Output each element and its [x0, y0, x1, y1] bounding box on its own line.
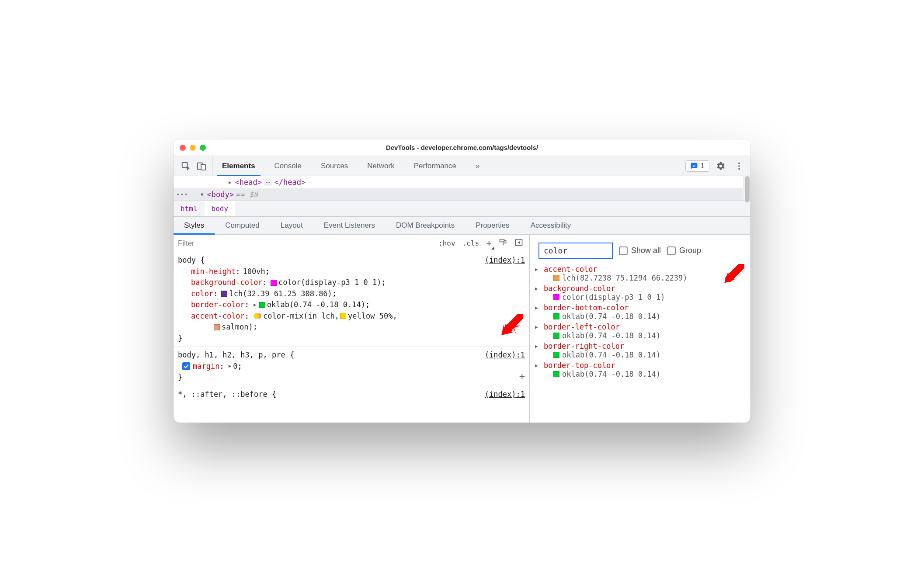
- color-swatch-icon[interactable]: [259, 302, 265, 308]
- show-all-checkbox[interactable]: Show all: [619, 246, 661, 255]
- tab-performance[interactable]: Performance: [404, 156, 466, 176]
- main-tabs: Elements Console Sources Network Perform…: [212, 156, 681, 176]
- dom-head-row[interactable]: ▶ <head> ⋯ </head>: [174, 176, 743, 188]
- dom-body-row[interactable]: ▼ <body> == $0: [174, 188, 743, 201]
- rule-source-link[interactable]: (index):1: [485, 350, 525, 361]
- window-title: DevTools - developer.chrome.com/tags/dev…: [174, 144, 750, 151]
- dom-scrollbar[interactable]: [743, 176, 750, 201]
- rule-body-group: body, h1, h2, h3, p, pre { (index):1 mar…: [174, 347, 529, 386]
- computed-border-top-color[interactable]: border-top-color oklab(0.74 -0.18 0.14): [535, 360, 745, 379]
- devtools-window: DevTools - developer.chrome.com/tags/dev…: [174, 139, 750, 423]
- decl-background-color[interactable]: background-color: color(display-p3 1 0 1…: [178, 277, 525, 288]
- add-declaration-button[interactable]: +: [519, 369, 525, 383]
- checkbox-unchecked-icon: [667, 246, 676, 255]
- svg-rect-2: [201, 164, 205, 170]
- issues-button[interactable]: 1: [685, 160, 709, 172]
- panel-tab-dom-breakpoints[interactable]: DOM Breakpoints: [386, 217, 465, 234]
- checkbox-checked-icon[interactable]: [182, 362, 190, 370]
- main-toolbar: Elements Console Sources Network Perform…: [174, 156, 750, 176]
- inspect-element-icon[interactable]: [179, 159, 193, 173]
- color-swatch-icon[interactable]: [553, 294, 559, 300]
- color-swatch-icon[interactable]: [214, 324, 220, 330]
- panel-tab-styles[interactable]: Styles: [174, 217, 215, 234]
- rule-selector[interactable]: body: [178, 350, 196, 359]
- color-swatch-icon[interactable]: [553, 275, 559, 281]
- color-swatch-icon[interactable]: [221, 291, 227, 297]
- color-swatch-icon[interactable]: [271, 280, 277, 286]
- new-rule-button[interactable]: +◢: [486, 238, 492, 249]
- annotation-arrow-icon: [500, 314, 522, 340]
- svg-point-7: [738, 168, 740, 170]
- computed-accent-color[interactable]: accent-color lch(82.7238 75.1294 66.2239…: [535, 264, 745, 283]
- rule-selector[interactable]: *, ::after, ::before: [178, 390, 267, 399]
- group-checkbox[interactable]: Group: [667, 246, 701, 255]
- svg-point-6: [738, 165, 740, 167]
- expand-icon[interactable]: ▶: [229, 363, 232, 370]
- panel-tab-accessibility[interactable]: Accessibility: [520, 217, 582, 234]
- rule-source-link[interactable]: (index):1: [485, 389, 525, 400]
- issues-count: 1: [701, 162, 705, 170]
- toolbar-right: 1: [681, 156, 750, 176]
- panel-tab-layout[interactable]: Layout: [270, 217, 313, 234]
- paint-icon[interactable]: [499, 238, 507, 249]
- kebab-menu-icon[interactable]: [732, 159, 746, 173]
- svg-point-5: [738, 162, 740, 164]
- decl-min-height[interactable]: min-height: 100vh;: [178, 266, 525, 278]
- rule-source-link[interactable]: (index):1: [485, 255, 525, 266]
- hov-toggle[interactable]: :hov: [438, 239, 455, 247]
- decl-color[interactable]: color: lch(32.39 61.25 308.86);: [178, 288, 525, 300]
- tab-more[interactable]: »: [466, 156, 489, 176]
- breadcrumb-html[interactable]: html: [174, 201, 205, 216]
- panel-tab-properties[interactable]: Properties: [465, 217, 520, 234]
- computed-border-bottom-color[interactable]: border-bottom-color oklab(0.74 -0.18 0.1…: [535, 302, 745, 322]
- tab-console[interactable]: Console: [265, 156, 311, 176]
- dom-head-open: <head>: [235, 178, 262, 187]
- panel-tab-computed[interactable]: Computed: [215, 217, 270, 234]
- styles-filter-input[interactable]: [174, 235, 432, 252]
- dom-tree[interactable]: ▶ <head> ⋯ </head> ▼ <body> == $0: [174, 176, 750, 201]
- panel-tab-event-listeners[interactable]: Event Listeners: [313, 217, 386, 234]
- computed-filter-input[interactable]: [538, 243, 613, 259]
- panel-tabs: Styles Computed Layout Event Listeners D…: [174, 217, 750, 235]
- computed-pane: Show all Group accent-color lch(82.7238 …: [530, 235, 750, 423]
- dom-head-close: </head>: [274, 178, 306, 187]
- settings-icon[interactable]: [714, 159, 728, 173]
- breadcrumb-body[interactable]: body: [205, 201, 236, 216]
- dom-body-open: <body>: [207, 190, 234, 199]
- tab-sources[interactable]: Sources: [311, 156, 358, 176]
- decl-accent-color[interactable]: accent-color: color-mix(in lch, yellow 5…: [178, 311, 525, 322]
- ellipsis-icon[interactable]: ⋯: [264, 178, 272, 186]
- decl-accent-color-line2[interactable]: salmon);: [178, 322, 525, 333]
- svg-rect-8: [500, 239, 504, 242]
- computed-border-right-color[interactable]: border-right-color oklab(0.74 -0.18 0.14…: [535, 341, 745, 360]
- toolbar-left: [174, 156, 212, 176]
- styles-toolbar: :hov .cls +◢: [174, 235, 529, 252]
- color-swatch-icon[interactable]: [553, 371, 559, 377]
- decl-margin[interactable]: margin: ▶ 0;: [178, 361, 525, 372]
- svg-rect-4: [693, 166, 695, 167]
- color-swatch-icon[interactable]: [553, 352, 559, 358]
- tab-elements[interactable]: Elements: [212, 156, 265, 176]
- device-toggle-icon[interactable]: [195, 159, 208, 173]
- color-swatch-icon[interactable]: [340, 313, 346, 319]
- rule-universal: *, ::after, ::before { (index):1: [174, 386, 529, 403]
- svg-rect-3: [693, 165, 695, 166]
- computed-list[interactable]: accent-color lch(82.7238 75.1294 66.2239…: [530, 264, 750, 423]
- computed-background-color[interactable]: background-color color(display-p3 1 0 1): [535, 283, 745, 302]
- color-mix-swatch-icon[interactable]: [254, 312, 261, 320]
- styles-actions: :hov .cls +◢: [432, 235, 529, 252]
- decl-border-color[interactable]: border-color: ▶ oklab(0.74 -0.18 0.14);: [178, 299, 525, 311]
- panel-split: :hov .cls +◢ body { (index):1: [174, 235, 750, 423]
- styles-pane: :hov .cls +◢ body { (index):1: [174, 235, 530, 423]
- color-swatch-icon[interactable]: [553, 313, 559, 319]
- cls-toggle[interactable]: .cls: [462, 239, 479, 247]
- computed-header: Show all Group: [530, 243, 750, 264]
- styles-rules[interactable]: body { (index):1 min-height: 100vh; back…: [174, 252, 529, 423]
- computed-panel-icon[interactable]: [514, 238, 523, 249]
- color-swatch-icon[interactable]: [553, 333, 559, 339]
- checkbox-unchecked-icon: [619, 246, 628, 255]
- tab-network[interactable]: Network: [358, 156, 404, 176]
- rule-selector[interactable]: body: [178, 256, 196, 264]
- computed-border-left-color[interactable]: border-left-color oklab(0.74 -0.18 0.14): [535, 322, 745, 341]
- expand-icon[interactable]: ▶: [254, 302, 257, 309]
